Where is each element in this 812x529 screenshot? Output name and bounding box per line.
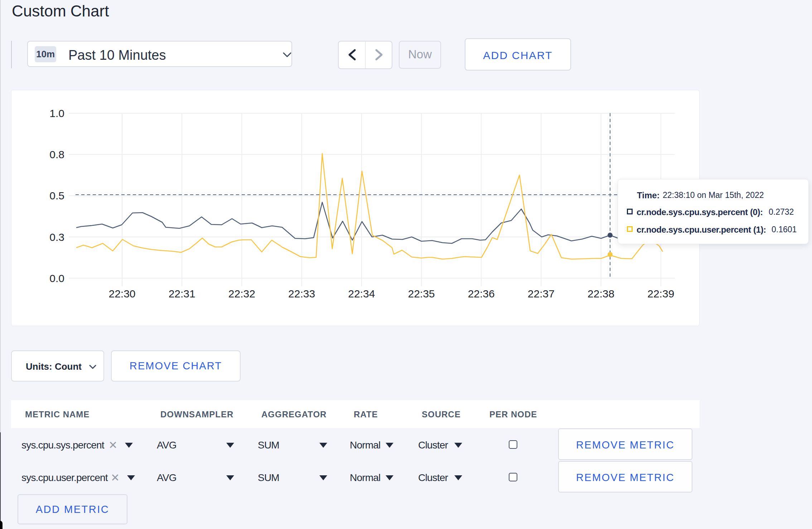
svg-text:22:33: 22:33 xyxy=(288,288,315,300)
svg-text:22:32: 22:32 xyxy=(228,288,255,300)
svg-text:22:39: 22:39 xyxy=(647,288,674,300)
svg-text:0.3: 0.3 xyxy=(49,231,64,243)
svg-text:22:31: 22:31 xyxy=(169,288,195,300)
svg-text:22:34: 22:34 xyxy=(348,288,375,300)
svg-text:0.5: 0.5 xyxy=(49,190,64,202)
svg-text:22:30: 22:30 xyxy=(108,288,135,300)
svg-text:1.0: 1.0 xyxy=(49,107,64,119)
svg-text:22:37: 22:37 xyxy=(528,288,555,300)
svg-text:22:38: 22:38 xyxy=(588,288,614,300)
svg-text:22:36: 22:36 xyxy=(468,288,495,300)
svg-text:0.0: 0.0 xyxy=(49,272,64,284)
svg-text:22:35: 22:35 xyxy=(408,288,435,300)
svg-text:0.8: 0.8 xyxy=(49,149,64,160)
